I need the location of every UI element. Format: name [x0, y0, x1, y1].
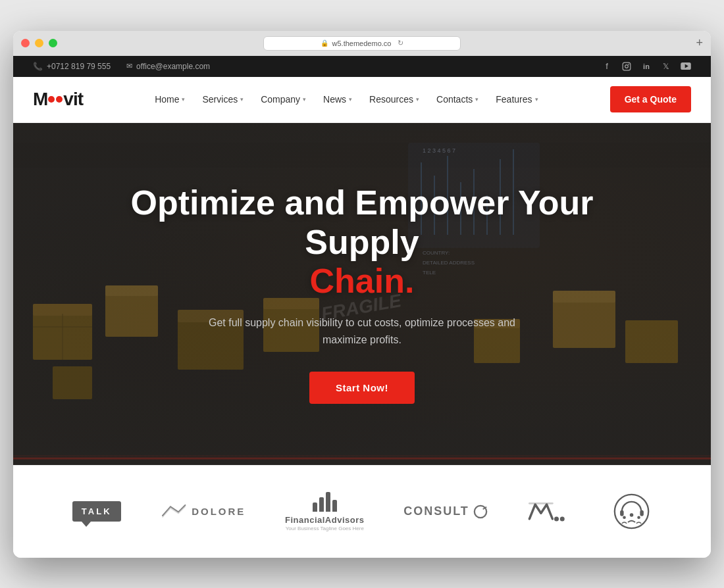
nav-link-contacts[interactable]: Contacts ▾ — [430, 89, 485, 110]
logo-dot-1 — [48, 96, 55, 103]
nav-link-company[interactable]: Company ▾ — [254, 89, 313, 110]
svg-rect-42 — [620, 510, 624, 516]
nav-link-services[interactable]: Services ▾ — [195, 89, 250, 110]
talk-box: TALK — [72, 501, 121, 522]
email-item: ✉ office@example.com — [126, 62, 210, 71]
email-address: office@example.com — [136, 62, 210, 71]
dolore-logo: DOLORE — [160, 502, 246, 522]
address-bar[interactable]: 🔒 w5.themedemo.co ↻ — [263, 36, 461, 51]
lock-icon: 🔒 — [321, 39, 328, 47]
consult-text: CONSULT — [403, 504, 469, 518]
features-dropdown-arrow: ▾ — [535, 96, 538, 103]
svg-rect-43 — [640, 510, 644, 516]
nav-item-home[interactable]: Home ▾ — [148, 89, 192, 110]
meter-logo-svg — [527, 499, 573, 525]
mac-window: 🔒 w5.themedemo.co ↻ + 📞 +0712 819 79 555… — [13, 31, 711, 558]
nav-item-company[interactable]: Company ▾ — [254, 89, 313, 110]
phone-number: +0712 819 79 555 — [47, 62, 111, 71]
company-dropdown-arrow: ▾ — [303, 96, 306, 103]
maximize-button[interactable] — [49, 39, 57, 47]
partner-dolore: DOLORE — [160, 502, 246, 522]
refresh-icon: ↻ — [398, 39, 403, 47]
consult-logo: CONSULT — [403, 504, 488, 519]
partner-meter — [527, 499, 573, 525]
nav-link-features[interactable]: Features ▾ — [489, 89, 544, 110]
contacts-dropdown-arrow: ▾ — [475, 96, 478, 103]
start-now-button[interactable]: Start Now! — [309, 372, 415, 404]
bar1 — [313, 502, 317, 512]
twitter-icon[interactable]: 𝕏 — [661, 61, 671, 72]
bar3 — [326, 492, 330, 512]
nav-item-services[interactable]: Services ▾ — [195, 89, 250, 110]
logo-dot-2 — [56, 96, 63, 103]
partner-talk: TALK — [72, 501, 121, 522]
hero-section: 1 2 3 4 5 6 7 COUNTRY: DETAILED ADDRESS … — [13, 123, 711, 465]
navbar: Mvit Home ▾ Services ▾ Company ▾ — [13, 77, 711, 123]
svg-point-39 — [560, 516, 565, 521]
hero-title-accent: Chain. — [310, 262, 415, 300]
email-icon: ✉ — [126, 62, 132, 70]
phone-icon: 📞 — [33, 62, 43, 71]
svg-rect-0 — [623, 62, 631, 70]
phone-item: 📞 +0712 819 79 555 — [33, 62, 111, 71]
consult-icon — [473, 504, 488, 519]
hero-content: Optimize and Empower Your Supply Chain. … — [13, 123, 711, 465]
hero-title: Optimize and Empower Your Supply Chain. — [105, 184, 619, 301]
nav-item-news[interactable]: News ▾ — [317, 89, 359, 110]
svg-point-1 — [625, 64, 629, 68]
linkedin-icon[interactable]: in — [641, 61, 652, 72]
home-dropdown-arrow: ▾ — [182, 96, 185, 103]
contact-info: 📞 +0712 819 79 555 ✉ office@example.com — [33, 62, 210, 71]
partners-bar: TALK DOLORE — [13, 465, 711, 558]
financial-text: FinancialAdvisors — [285, 515, 364, 525]
url-text: w5.themedemo.co — [332, 39, 392, 47]
youtube-icon[interactable] — [681, 61, 691, 72]
financial-logo: FinancialAdvisors Your Business Tagline … — [285, 492, 364, 531]
dolore-text: DOLORE — [192, 506, 246, 517]
social-links: f in 𝕏 — [602, 61, 691, 72]
nav-item-resources[interactable]: Resources ▾ — [363, 89, 426, 110]
headset-logo-svg — [612, 493, 652, 529]
services-dropdown-arrow: ▾ — [240, 96, 244, 103]
news-dropdown-arrow: ▾ — [349, 96, 352, 103]
nav-item-contacts[interactable]: Contacts ▾ — [430, 89, 485, 110]
talk-arrow — [82, 522, 91, 527]
partner-consult: CONSULT — [403, 504, 488, 519]
hero-subtitle: Get full supply chain visibility to cut … — [191, 314, 533, 348]
svg-point-2 — [628, 63, 629, 64]
logo[interactable]: Mvit — [33, 89, 83, 110]
nav-link-news[interactable]: News ▾ — [317, 89, 359, 110]
bar2 — [319, 497, 324, 512]
svg-point-45 — [623, 516, 626, 519]
financial-subtext: Your Business Tagline Goes Here — [286, 526, 364, 531]
nav-link-home[interactable]: Home ▾ — [148, 89, 192, 110]
resources-dropdown-arrow: ▾ — [416, 96, 419, 103]
financial-bars — [313, 492, 337, 512]
partner-financial: FinancialAdvisors Your Business Tagline … — [285, 492, 364, 531]
talk-logo: TALK — [72, 501, 121, 522]
partner-headset — [612, 493, 652, 529]
info-bar: 📞 +0712 819 79 555 ✉ office@example.com … — [13, 56, 711, 77]
minimize-button[interactable] — [35, 39, 43, 47]
dolore-icon — [160, 502, 186, 522]
close-button[interactable] — [21, 39, 30, 47]
titlebar: 🔒 w5.themedemo.co ↻ + — [13, 31, 711, 56]
instagram-icon[interactable] — [621, 61, 632, 72]
bar4 — [332, 500, 337, 512]
new-tab-button[interactable]: + — [696, 36, 703, 50]
get-quote-button[interactable]: Get a Quote — [610, 86, 691, 112]
svg-point-44 — [630, 513, 634, 517]
nav-item-features[interactable]: Features ▾ — [489, 89, 544, 110]
nav-link-resources[interactable]: Resources ▾ — [363, 89, 426, 110]
facebook-icon[interactable]: f — [602, 61, 612, 72]
nav-links: Home ▾ Services ▾ Company ▾ News ▾ — [148, 89, 544, 110]
svg-point-38 — [554, 516, 559, 521]
svg-point-46 — [637, 516, 640, 519]
